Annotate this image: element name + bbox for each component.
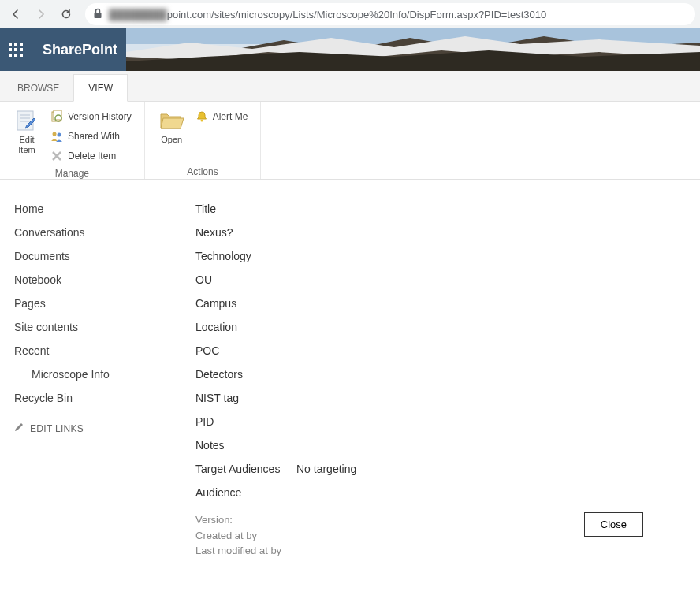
delete-item-label: Delete Item	[68, 151, 116, 162]
close-button[interactable]: Close	[584, 512, 643, 537]
field-label-campus: Campus	[195, 297, 296, 310]
field-label-nist-tag: NIST tag	[195, 392, 296, 404]
alert-me-label: Alert Me	[213, 111, 248, 122]
field-row-ou: OU	[195, 268, 691, 292]
tab-browse[interactable]: BROWSE	[3, 75, 73, 101]
bell-icon	[195, 110, 208, 123]
field-label-technology: Technology	[195, 250, 296, 262]
forward-button[interactable]	[30, 3, 52, 25]
field-label-nexus: Nexus?	[195, 226, 296, 239]
delete-item-button[interactable]: Delete Item	[46, 146, 136, 165]
field-label-target-audiences: Target Audiences	[195, 463, 296, 475]
field-row-notes: Notes	[195, 433, 691, 457]
edit-item-icon	[14, 108, 39, 133]
meta-version: Version:	[195, 512, 281, 528]
field-label-ou: OU	[195, 273, 296, 286]
field-label-detectors: Detectors	[195, 368, 296, 381]
field-row-poc: POC	[195, 339, 691, 363]
back-button[interactable]	[5, 3, 27, 25]
nav-pages[interactable]: Pages	[14, 292, 150, 315]
field-row-location: Location	[195, 315, 691, 339]
nav-site-contents[interactable]: Site contents	[14, 315, 150, 339]
ribbon-group-actions: Open Alert Me Actions	[145, 102, 262, 179]
ribbon-group-manage: Edit Item Version History Shared With	[0, 102, 145, 179]
alert-me-button[interactable]: Alert Me	[191, 106, 253, 126]
field-label-pid: PID	[195, 415, 296, 428]
lock-icon	[93, 8, 102, 21]
field-row-title: Title	[195, 197, 691, 221]
field-label-poc: POC	[195, 344, 296, 357]
page-content: Home Conversations Documents Notebook Pa…	[0, 180, 700, 559]
field-label-notes: Notes	[195, 439, 296, 452]
reload-button[interactable]	[55, 3, 77, 25]
sharepoint-header: SharePoint	[0, 28, 700, 71]
field-label-title: Title	[195, 203, 296, 215]
ribbon-tabs: BROWSE VIEW	[0, 71, 700, 102]
address-bar[interactable]: ████████ point.com/sites/microscopy/List…	[85, 3, 695, 25]
reload-icon	[60, 8, 73, 20]
shared-with-label: Shared With	[68, 131, 120, 142]
item-display-form: Title Nexus? Technology OU Campus Locati…	[158, 197, 700, 559]
nav-notebook[interactable]: Notebook	[14, 268, 150, 292]
nav-microscope-info[interactable]: Microscope Info	[14, 363, 150, 386]
url-text: point.com/sites/microscopy/Lists/Microsc…	[167, 9, 547, 20]
item-metadata: Version: Created at by Last modified at …	[195, 512, 691, 559]
shared-with-icon	[50, 130, 63, 143]
waffle-icon	[9, 43, 23, 57]
ribbon: Edit Item Version History Shared With	[0, 102, 700, 180]
browser-chrome: ████████ point.com/sites/microscopy/List…	[0, 0, 700, 28]
nav-home[interactable]: Home	[14, 197, 150, 221]
nav-recent-header[interactable]: Recent	[14, 339, 150, 363]
ribbon-group-manage-label: Manage	[8, 165, 136, 180]
arrow-right-icon	[35, 8, 47, 20]
field-row-nexus: Nexus?	[195, 221, 691, 244]
nav-recycle-bin[interactable]: Recycle Bin	[14, 386, 150, 410]
field-row-nist-tag: NIST tag	[195, 386, 691, 410]
version-history-label: Version History	[68, 111, 132, 122]
field-label-location: Location	[195, 321, 296, 333]
svg-point-10	[53, 132, 57, 136]
field-label-audience: Audience	[195, 486, 296, 499]
header-banner-image	[126, 28, 700, 71]
meta-modified: Last modified at by	[195, 543, 281, 559]
nav-conversations[interactable]: Conversations	[14, 221, 150, 244]
field-row-campus: Campus	[195, 292, 691, 315]
tab-view[interactable]: VIEW	[73, 74, 128, 102]
left-navigation: Home Conversations Documents Notebook Pa…	[0, 197, 158, 559]
app-launcher-button[interactable]	[0, 28, 32, 71]
edit-links-button[interactable]: EDIT LINKS	[14, 410, 150, 434]
edit-links-label: EDIT LINKS	[30, 423, 84, 434]
delete-icon	[50, 150, 63, 162]
version-history-icon	[50, 110, 63, 123]
open-button[interactable]: Open	[153, 105, 191, 164]
open-label: Open	[161, 135, 182, 145]
svg-point-14	[200, 119, 203, 121]
meta-created: Created at by	[195, 528, 281, 544]
field-row-technology: Technology	[195, 244, 691, 268]
field-row-target-audiences: Target Audiences No targeting	[195, 457, 691, 481]
svg-rect-3	[17, 111, 33, 130]
edit-item-button[interactable]: Edit Item	[8, 105, 46, 165]
shared-with-button[interactable]: Shared With	[46, 126, 136, 146]
ribbon-group-actions-label: Actions	[153, 164, 253, 179]
svg-point-11	[58, 132, 61, 136]
svg-rect-0	[95, 13, 102, 18]
url-blurred-part: ████████	[109, 9, 167, 20]
nav-documents[interactable]: Documents	[14, 244, 150, 268]
folder-open-icon	[159, 108, 184, 133]
field-row-pid: PID	[195, 410, 691, 433]
version-history-button[interactable]: Version History	[46, 106, 136, 126]
edit-item-label: Edit Item	[18, 135, 35, 155]
pencil-icon	[14, 422, 24, 434]
field-value-target-audiences: No targeting	[296, 463, 356, 475]
app-title[interactable]: SharePoint	[43, 42, 117, 58]
field-row-detectors: Detectors	[195, 363, 691, 386]
arrow-left-icon	[9, 8, 22, 20]
field-row-audience: Audience	[195, 481, 691, 504]
